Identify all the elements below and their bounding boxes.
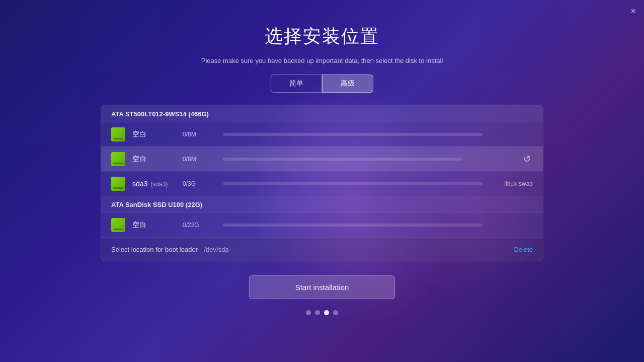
partition-size: 0/3G [183, 180, 213, 187]
dot-2 [315, 310, 320, 315]
partition-icon [111, 152, 125, 166]
tab-advanced[interactable]: 高级 [322, 75, 373, 93]
disk-group-ata1: ATA ST500LT012-9WS14 (466G) [101, 105, 543, 122]
partition-name: sda3(sda3) [132, 180, 173, 188]
partition-size: 0/22G [183, 222, 213, 229]
bootloader-row: Select location for boot loader /dev/sda… [101, 237, 543, 261]
partition-icon [111, 177, 125, 191]
partition-name: 空白 [132, 130, 173, 139]
partition-bar [223, 133, 482, 136]
bootloader-label: Select location for boot loader [111, 246, 198, 253]
partition-row[interactable]: 空白 0/8M [101, 122, 543, 147]
dot-4 [333, 310, 338, 315]
partition-bar [223, 158, 462, 161]
disk-panel: ATA ST500LT012-9WS14 (466G) 空白 0/8M 空白 0… [101, 105, 543, 261]
pagination-dots [0, 310, 644, 315]
partition-type: linux-swap [493, 180, 533, 187]
page-subtitle: Please make sure you have backed up impo… [0, 57, 644, 64]
partition-row[interactable]: sda3(sda3) 0/3G linux-swap [101, 171, 543, 196]
start-installation-button[interactable]: Start installation [249, 275, 395, 299]
dot-1 [306, 310, 311, 315]
partition-size: 0/8M [183, 131, 213, 138]
tab-simple[interactable]: 简单 [271, 75, 322, 93]
partition-row-selected[interactable]: 空白 0/8M ↺ [101, 147, 543, 171]
partition-name: 空白 [132, 155, 173, 164]
partition-name: 空白 [132, 221, 173, 230]
partition-size: 0/8M [183, 156, 213, 163]
partition-icon [111, 218, 125, 232]
partition-row[interactable]: 空白 0/22G [101, 212, 543, 237]
partition-bar [223, 224, 482, 227]
bootloader-value: /dev/sda [204, 246, 228, 253]
close-button[interactable]: × [630, 6, 636, 17]
disk-group-ata2: ATA SanDisk SSD U100 (22G) [101, 196, 543, 212]
page-title: 选择安装位置 [0, 24, 644, 49]
delete-button[interactable]: Delete [514, 246, 533, 253]
refresh-icon[interactable]: ↺ [521, 154, 533, 165]
tab-bar: 简单 高级 [0, 75, 644, 93]
dot-3 [324, 310, 329, 315]
partition-bar [223, 182, 482, 185]
partition-icon [111, 127, 125, 141]
